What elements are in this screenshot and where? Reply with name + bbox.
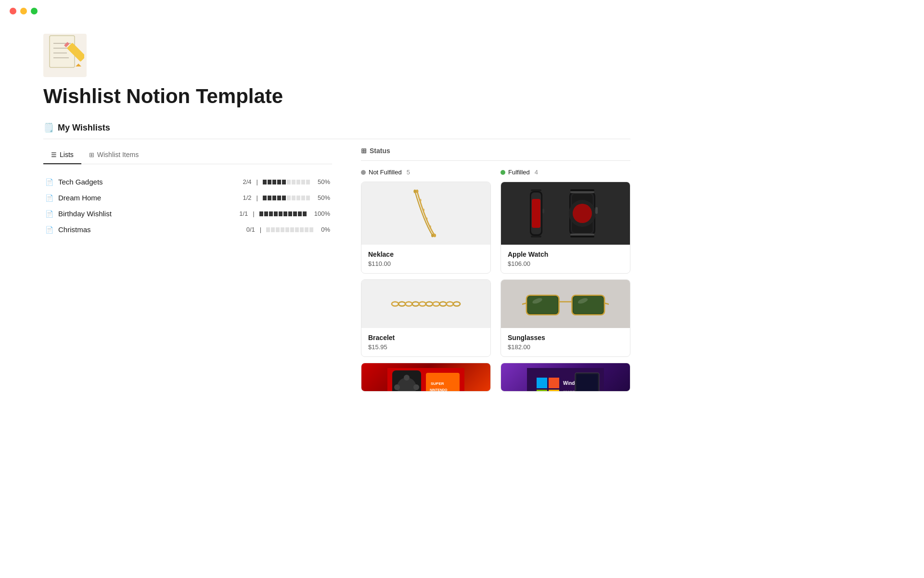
section-label: My Wishlists [58, 123, 110, 133]
fulfilled-column: Fulfilled 4 [500, 169, 630, 397]
pb [292, 180, 295, 184]
christmas-percent: 0% [321, 226, 330, 233]
nintendo-card[interactable]: SUPER NINTENDO Classic [361, 363, 491, 392]
tab-lists[interactable]: ☰ Lists [43, 147, 81, 164]
dream-home-progress-bar [263, 196, 310, 200]
list-item-right-christmas: 0/1 | [246, 226, 330, 233]
pb [296, 180, 300, 184]
pb [305, 227, 308, 232]
pb [306, 180, 310, 184]
dream-home-icon: 📄 [45, 194, 53, 202]
pb [268, 196, 271, 200]
maximize-button[interactable] [31, 8, 38, 14]
not-fulfilled-column: Not Fulfilled 5 [361, 169, 491, 397]
svg-rect-59 [573, 297, 603, 314]
pb [303, 211, 307, 216]
nintendo-card-image: SUPER NINTENDO Classic [361, 363, 490, 392]
list-item-right-birthday: 1/1 | [239, 210, 330, 217]
lists-container: 📄 Tech Gadgets 2/4 | [43, 174, 332, 237]
necklace-card-image [361, 182, 490, 245]
list-item-right-dream-home: 1/2 | [243, 194, 331, 201]
windows-image-sim: Windows 11 256GB [501, 363, 630, 392]
pb [263, 196, 267, 200]
svg-rect-68 [537, 390, 547, 392]
svg-rect-69 [549, 390, 559, 392]
bracelet-title: Bracelet [368, 334, 484, 342]
list-item-birthday-wishlist[interactable]: 📄 Birthday Wishlist 1/1 | [43, 206, 332, 222]
dream-home-percent: 50% [318, 194, 330, 201]
pb [290, 227, 294, 232]
list-item-right-tech-gadgets: 2/4 | [243, 178, 331, 185]
left-panel: ☰ Lists ⊞ Wishlist Items 📄 Tech Gadgets [43, 147, 332, 397]
pb [300, 227, 304, 232]
page-icon-emoji [46, 34, 84, 77]
christmas-label: Christmas [58, 225, 91, 234]
not-fulfilled-dot [361, 170, 366, 175]
tech-gadgets-percent: 50% [318, 178, 330, 185]
pb [269, 211, 273, 216]
close-button[interactable] [10, 8, 16, 14]
right-panel: ⊞ Status Not Fulfilled 5 [361, 147, 630, 397]
apple-watch-card[interactable]: Apple Watch $106.00 [500, 182, 630, 274]
list-item-dream-home[interactable]: 📄 Dream Home 1/2 | [43, 190, 332, 206]
lists-tab-icon: ☰ [51, 151, 57, 158]
minimize-button[interactable] [20, 8, 27, 14]
birthday-label: Birthday Wishlist [58, 210, 112, 218]
apple-watch-card-image [501, 182, 630, 245]
birthday-progress-bar [259, 211, 307, 216]
list-item-left-christmas: 📄 Christmas [45, 225, 91, 234]
fulfilled-label: Fulfilled [508, 169, 530, 176]
birthday-percent: 100% [314, 210, 330, 217]
sunglasses-card[interactable]: Sunglasses $182.00 [500, 279, 630, 357]
svg-rect-43 [532, 199, 540, 228]
tab-wishlist-items[interactable]: ⊞ Wishlist Items [81, 147, 146, 164]
bracelet-price: $15.95 [368, 343, 484, 351]
list-item-left-dream-home: 📄 Dream Home [45, 194, 101, 202]
svg-point-17 [392, 302, 398, 306]
pb [277, 196, 281, 200]
necklace-title: Neklace [368, 250, 484, 258]
svg-point-19 [405, 302, 412, 306]
tabs: ☰ Lists ⊞ Wishlist Items [43, 147, 332, 164]
svg-point-22 [426, 302, 433, 306]
svg-point-30 [404, 375, 410, 381]
svg-point-15 [426, 217, 428, 220]
svg-point-12 [431, 234, 434, 237]
birthday-progress-label: 1/1 [239, 210, 248, 217]
two-column-layout: ☰ Lists ⊞ Wishlist Items 📄 Tech Gadgets [43, 147, 630, 397]
svg-point-33 [413, 384, 419, 390]
not-fulfilled-header: Not Fulfilled 5 [361, 169, 491, 176]
not-fulfilled-label: Not Fulfilled [369, 169, 402, 176]
svg-rect-54 [570, 191, 594, 193]
svg-point-14 [423, 209, 425, 211]
page-icon [43, 34, 87, 77]
tab-lists-label: Lists [60, 151, 74, 158]
dream-home-separator: | [257, 194, 258, 201]
svg-rect-39 [531, 236, 541, 237]
list-item-left-tech-gadgets: 📄 Tech Gadgets [45, 178, 103, 186]
necklace-card[interactable]: Neklace $110.00 [361, 182, 491, 274]
pb [309, 227, 313, 232]
apple-watch-card-body: Apple Watch $106.00 [501, 245, 630, 273]
fulfilled-count: 4 [535, 169, 538, 176]
svg-rect-46 [570, 236, 594, 237]
svg-rect-66 [537, 378, 547, 388]
svg-point-21 [419, 302, 426, 306]
christmas-separator: | [260, 226, 261, 233]
status-icon: ⊞ [361, 147, 367, 155]
svg-rect-55 [570, 234, 594, 236]
windows-card[interactable]: Windows 11 256GB [500, 363, 630, 392]
bracelet-card[interactable]: Bracelet $15.95 [361, 279, 491, 357]
list-item-tech-gadgets[interactable]: 📄 Tech Gadgets 2/4 | [43, 174, 332, 190]
pb [285, 227, 289, 232]
christmas-icon: 📄 [45, 226, 53, 234]
svg-point-52 [573, 204, 592, 223]
section-icon: 🗒️ [43, 122, 54, 133]
pb [274, 211, 278, 216]
list-item-christmas[interactable]: 📄 Christmas 0/1 | [43, 222, 332, 237]
pb [292, 196, 295, 200]
tech-gadgets-icon: 📄 [45, 178, 53, 186]
svg-rect-57 [528, 297, 558, 314]
christmas-progress-bar [266, 227, 313, 232]
svg-point-26 [453, 302, 460, 306]
